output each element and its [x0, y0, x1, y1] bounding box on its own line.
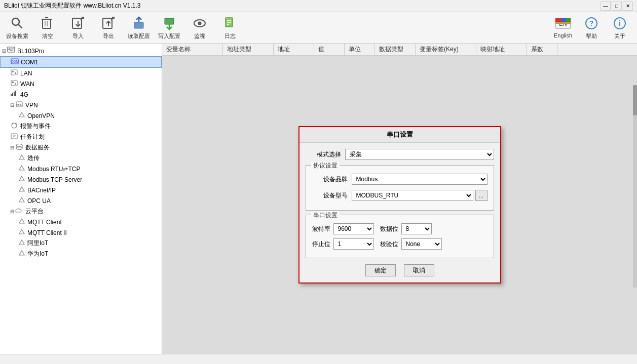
stop-bits-select[interactable]: 1 — [333, 238, 374, 250]
monitor-button[interactable]: 监视 — [186, 14, 213, 41]
clear-label: 清空 — [42, 32, 53, 40]
read-config-icon — [131, 15, 147, 31]
svg-rect-37 — [11, 70, 17, 75]
baud-select[interactable]: 9600 — [333, 223, 374, 234]
import-button[interactable]: 导入 — [65, 14, 91, 41]
confirm-button[interactable]: 确定 — [365, 264, 396, 276]
svg-marker-62 — [19, 176, 24, 181]
minimize-button[interactable]: — — [601, 2, 611, 11]
opc-ua-icon — [18, 196, 25, 205]
svg-rect-53 — [11, 134, 17, 139]
write-config-button[interactable]: 写入配置 — [156, 14, 182, 41]
about-label: 关于 — [614, 32, 625, 40]
write-config-icon — [161, 15, 177, 31]
tree-item-modbus-tcp-server[interactable]: Modbus TCP Server — [0, 174, 162, 185]
tree-item-mqtt-client[interactable]: MQTT Client — [0, 217, 162, 227]
modbus-rtu-tcp-icon — [18, 165, 25, 173]
close-button[interactable]: ✕ — [623, 2, 633, 11]
import-icon — [70, 15, 86, 31]
restore-button[interactable]: □ — [612, 2, 622, 11]
tree-item-huawei[interactable]: 华为IoT — [0, 249, 162, 259]
col-map-addr: 映射地址 — [476, 44, 527, 55]
clear-button[interactable]: 清空 — [34, 14, 61, 41]
tree-item-openvpn[interactable]: OpenVPN — [0, 110, 162, 121]
left-panel: ⊟ BL103Pro COM COM1 LAN WAN — [0, 44, 162, 354]
export-icon — [100, 15, 117, 31]
data-bits-select[interactable]: 8 — [401, 223, 432, 234]
serial-row-2: 停止位 1 校验位 None — [312, 238, 488, 250]
language-icon: EN — [555, 15, 571, 31]
mode-select[interactable]: 采集 — [345, 149, 494, 160]
tree-item-transparent[interactable]: 透传 — [0, 153, 162, 164]
col-data-type: 数据类型 — [375, 44, 416, 55]
tree-label-opc-ua: OPC UA — [27, 197, 51, 205]
mqtt2-icon — [18, 228, 25, 237]
svg-rect-13 — [134, 22, 143, 28]
import-label: 导入 — [72, 32, 84, 40]
tree-item-modbus-rtu-tcp[interactable]: Modbus RTU⇌TCP — [0, 164, 162, 174]
tree-item-opc-ua[interactable]: OPC UA — [0, 195, 162, 206]
log-button[interactable]: 日志 — [217, 14, 243, 41]
svg-rect-38 — [12, 71, 14, 72]
toolbar-right: EN English ? 帮助 i — [550, 14, 633, 41]
svg-rect-40 — [11, 80, 17, 86]
english-button[interactable]: EN English — [550, 14, 576, 41]
brand-label: 设备品牌 — [312, 175, 348, 184]
tree-item-aliyun[interactable]: 阿里IoT — [0, 238, 162, 249]
tree-item-vpn[interactable]: ⊟ VPN VPN — [0, 100, 162, 110]
read-config-button[interactable]: 读取配置 — [126, 14, 152, 41]
svg-marker-67 — [19, 240, 24, 245]
svg-rect-46 — [15, 91, 16, 96]
svg-marker-60 — [19, 155, 24, 159]
tree-item-mqtt-client-2[interactable]: MQTT Client II — [0, 227, 162, 238]
svg-rect-39 — [15, 72, 16, 74]
svg-text:i: i — [619, 19, 621, 27]
tree-item-lan[interactable]: LAN — [0, 68, 162, 78]
svg-point-16 — [198, 22, 202, 25]
tree-item-bl103pro[interactable]: ⊟ BL103Pro — [0, 46, 162, 56]
aliyun-icon — [18, 239, 25, 248]
about-button[interactable]: i 关于 — [607, 14, 633, 41]
expand-icon-cloud: ⊟ — [10, 209, 14, 214]
tree-item-com1[interactable]: COM COM1 — [0, 56, 162, 68]
tree-label-transparent: 透传 — [27, 154, 40, 163]
tree-label-vpn: VPN — [25, 102, 38, 109]
content-area: 串口设置 模式选择 采集 协议设置 — [162, 56, 637, 354]
serial-section-title: 串口设置 — [311, 211, 340, 220]
tree-label-huawei: 华为IoT — [27, 250, 48, 258]
tree-label-openvpn: OpenVPN — [27, 112, 55, 119]
about-icon: i — [612, 15, 628, 31]
help-button[interactable]: ? 帮助 — [578, 14, 605, 41]
svg-text:VPN: VPN — [16, 103, 22, 106]
device-search-button[interactable]: 设备搜索 — [4, 14, 30, 41]
cancel-button[interactable]: 取消 — [404, 264, 434, 276]
tree-item-4g[interactable]: 4G — [0, 89, 162, 100]
tree-item-task[interactable]: 任务计划 — [0, 132, 162, 142]
help-label: 帮助 — [586, 32, 597, 40]
tree-item-bacnet-ip[interactable]: BACnet/IP — [0, 185, 162, 195]
lan-icon — [10, 69, 18, 77]
tree-label-modbus-tcp-server: Modbus TCP Server — [27, 176, 82, 183]
tree-label-dataservice: 数据服务 — [25, 143, 50, 152]
wan-icon — [10, 79, 18, 88]
tree-item-alarm[interactable]: 报警与事件 — [0, 121, 162, 132]
brand-row: 设备品牌 Modbus — [312, 174, 488, 185]
data-bits-label: 数据位 — [380, 225, 398, 233]
export-button[interactable]: 导出 — [95, 14, 122, 41]
svg-marker-61 — [19, 166, 24, 170]
parity-select[interactable]: None — [401, 238, 442, 250]
tree-label-alarm: 报警与事件 — [20, 122, 51, 131]
tree-label-4g: 4G — [20, 91, 28, 98]
log-icon — [222, 15, 238, 31]
serial-section: 串口设置 波特率 9600 — [306, 215, 494, 258]
tree-item-cloud[interactable]: ⊟ 云平台 — [0, 206, 162, 217]
modal-btn-row: 确定 取消 — [306, 264, 494, 276]
mode-row: 模式选择 采集 — [306, 149, 494, 160]
model-select[interactable]: MODBUS_RTU — [352, 190, 473, 201]
brand-select[interactable]: Modbus — [352, 174, 488, 185]
svg-marker-66 — [19, 229, 24, 234]
tree-item-wan[interactable]: WAN — [0, 78, 162, 89]
tree-item-dataservice[interactable]: ⊟ 数据服务 — [0, 142, 162, 153]
svg-marker-64 — [19, 197, 24, 202]
ellipsis-button[interactable]: ... — [475, 190, 488, 201]
